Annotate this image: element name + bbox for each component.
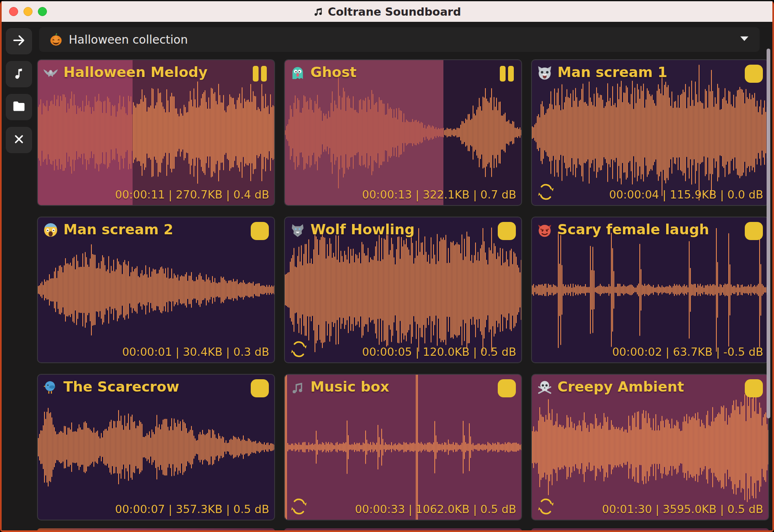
collection-label: Halloween collection	[69, 33, 733, 47]
bird-icon	[43, 380, 58, 395]
tile-title: Wolf Howling	[310, 222, 492, 238]
ghost-icon	[290, 65, 305, 81]
tile-title: Creepy Ambient	[557, 379, 739, 395]
window-border-right	[772, 0, 774, 532]
loop-icon[interactable]	[537, 497, 555, 516]
sidebar-sounds-button[interactable]	[6, 61, 32, 87]
play-pad-button[interactable]	[250, 379, 269, 398]
pad-square	[745, 379, 763, 397]
play-pad-button[interactable]	[497, 222, 516, 240]
sound-tile[interactable]: Halloween Melody 00:00:11 | 270.7KB | 0.…	[37, 59, 275, 206]
pad-square	[251, 379, 269, 397]
pad-square	[498, 222, 516, 240]
tile-info: 00:00:04 | 115.9KB | 0.0 dB	[609, 188, 764, 201]
tile-info: 00:00:33 | 1062.0KB | 0.5 dB	[355, 503, 516, 516]
sidebar-close-button[interactable]	[6, 127, 32, 153]
pause-button[interactable]	[250, 64, 269, 83]
sidebar-go-button[interactable]	[6, 28, 32, 54]
tile-title: Halloween Melody	[63, 64, 245, 80]
pad-square	[498, 379, 516, 397]
pad-square	[745, 222, 763, 240]
tile-title: Ghost	[310, 64, 492, 80]
zoom-window-button[interactable]	[38, 7, 47, 16]
tile-title: The Scarecrow	[63, 379, 245, 395]
sidebar-folder-button[interactable]	[6, 94, 32, 120]
sound-tile[interactable]: Scary female laugh 00:00:02 | 63.7KB | -…	[531, 217, 769, 363]
sound-tile[interactable]: Wolf Howling 00:00:05 | 120.0KB | 0.5 dB	[284, 217, 522, 363]
close-icon	[12, 133, 26, 147]
tile-title: Man scream 1	[557, 64, 739, 80]
arrow-right-icon	[12, 33, 26, 49]
loop-icon[interactable]	[290, 340, 308, 358]
play-pad-button[interactable]	[497, 379, 516, 398]
wolf-icon	[290, 222, 305, 238]
window-border-left	[0, 0, 2, 532]
folder-icon	[12, 99, 26, 115]
window-border-top	[0, 0, 774, 1]
collection-dropdown[interactable]: Halloween collection	[39, 27, 760, 52]
cat-scream-icon	[537, 65, 553, 81]
play-pad-button[interactable]	[250, 222, 269, 240]
sound-tile[interactable]: Music box 00:00:33 | 1062.0KB | 0.5 dB	[284, 374, 522, 520]
scream-icon	[43, 222, 58, 238]
notes-icon	[290, 380, 305, 395]
tile-info: 00:00:13 | 322.1KB | 0.7 dB	[362, 188, 517, 201]
tile-info: 00:00:05 | 120.0KB | 0.5 dB	[362, 345, 517, 358]
loop-icon[interactable]	[537, 183, 555, 201]
tile-info: 00:00:01 | 30.4KB | 0.3 dB	[122, 345, 269, 358]
play-pad-button[interactable]	[744, 222, 763, 240]
music-note-icon	[313, 6, 324, 17]
tile-title: Scary female laugh	[557, 222, 739, 238]
tile-info: 00:01:30 | 3595.0KB | 0.5 dB	[602, 503, 763, 516]
pause-button[interactable]	[497, 64, 516, 83]
sound-tile[interactable]: Man scream 1 00:00:04 | 115.9KB | 0.0 dB	[531, 59, 769, 206]
pad-square	[251, 222, 269, 240]
tile-info: 00:00:11 | 270.7KB | 0.4 dB	[115, 188, 270, 201]
tile-title: Music box	[310, 379, 492, 395]
vertical-scrollbar-thumb[interactable]	[767, 49, 770, 418]
loop-icon[interactable]	[290, 497, 308, 516]
tile-info: 00:00:07 | 357.3KB | 0.5 dB	[115, 503, 270, 516]
sound-tile[interactable]: Ghost 00:00:13 | 322.1KB | 0.7 dB	[284, 59, 522, 206]
music-note-icon	[12, 66, 26, 82]
devil-icon	[537, 222, 553, 238]
skull-icon	[537, 380, 553, 395]
bat-icon	[43, 65, 58, 81]
titlebar: Coltrane Soundboard	[2, 1, 772, 22]
tile-title: Man scream 2	[63, 222, 245, 238]
traffic-lights	[9, 7, 47, 16]
app-window: Coltrane Soundboard Halloween collection…	[0, 0, 774, 532]
play-pad-button[interactable]	[744, 64, 763, 83]
window-title: Coltrane Soundboard	[328, 5, 461, 18]
minimize-window-button[interactable]	[23, 7, 33, 16]
tile-info: 00:00:02 | 63.7KB | -0.5 dB	[612, 345, 763, 358]
pumpkin-icon	[49, 33, 63, 47]
pad-square	[745, 65, 763, 83]
close-window-button[interactable]	[9, 7, 18, 16]
window-border-bottom	[0, 530, 774, 532]
sound-tile[interactable]: Man scream 2 00:00:01 | 30.4KB | 0.3 dB	[37, 217, 275, 363]
sound-tile[interactable]: Creepy Ambient 00:01:30 | 3595.0KB | 0.5…	[531, 374, 769, 520]
play-pad-button[interactable]	[744, 379, 763, 398]
chevron-down-icon	[739, 35, 750, 44]
sound-tile[interactable]: The Scarecrow 00:00:07 | 357.3KB | 0.5 d…	[37, 374, 275, 520]
